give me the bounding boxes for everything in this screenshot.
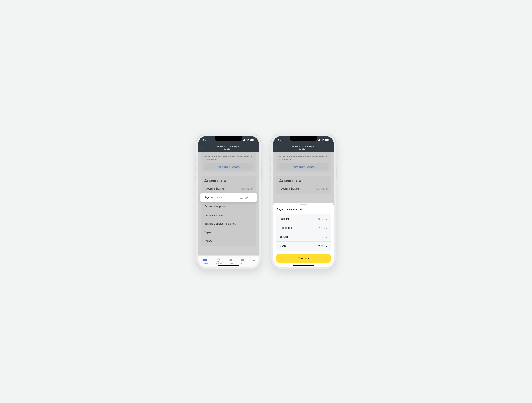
total-value: 92 790 ₽ xyxy=(317,244,327,248)
row-transfer-limit[interactable]: Лимит на переводы › xyxy=(201,202,256,211)
svg-rect-5 xyxy=(250,139,253,141)
debt-value: 92 790 ₽ xyxy=(240,196,250,199)
sheet-services-value: 99 ₽ xyxy=(322,235,327,238)
signal-icon xyxy=(242,139,246,141)
nav-title: Тинькофф Платинум xyxy=(203,145,252,148)
tab-more[interactable]: Еще xyxy=(251,258,255,264)
share-card: Можете пользоваться этим счетом вместе с… xyxy=(276,153,331,173)
services-label: Услуги xyxy=(204,240,212,243)
svg-rect-3 xyxy=(245,139,246,141)
details-title: Детали счета xyxy=(276,179,331,185)
status-time: 9:41 xyxy=(278,139,283,141)
notch xyxy=(290,136,317,141)
nav-balance: 27 210 ₽ xyxy=(279,148,327,150)
tab-home[interactable]: Главная xyxy=(202,258,208,264)
row-credit-limit[interactable]: Кредитный лимит 120 000 ₽ xyxy=(201,185,256,193)
pay-button[interactable]: Погасить xyxy=(276,254,330,263)
share-button[interactable]: Поделиться счетом xyxy=(204,163,253,170)
credit-limit-label: Кредитный лимит xyxy=(204,187,226,190)
debt-sheet: Задолженность Расходы 90 000 ₽ Проценты … xyxy=(273,203,334,267)
expenses-label: Расходы xyxy=(280,217,290,221)
svg-rect-15 xyxy=(319,139,320,141)
svg-rect-0 xyxy=(242,140,243,141)
tab-more-label: Еще xyxy=(252,262,255,264)
back-icon[interactable]: ‹ xyxy=(200,145,203,150)
tab-city[interactable]: Город xyxy=(229,258,233,264)
more-icon xyxy=(251,258,255,262)
details-card: Детали счета Кредитный лимит 120 000 ₽ xyxy=(276,176,331,194)
row-statement[interactable]: Выписка по счету › xyxy=(201,211,256,220)
status-time: 9:41 xyxy=(203,139,208,141)
transfer-limit-label: Лимит на переводы xyxy=(204,205,228,208)
row-interest: Проценты 2 691 ₽ xyxy=(276,224,330,232)
svg-rect-14 xyxy=(318,140,319,141)
statement-label: Выписка по счету xyxy=(204,214,226,217)
svg-rect-8 xyxy=(203,261,207,261)
home-indicator[interactable] xyxy=(218,265,239,266)
battery-icon xyxy=(250,139,254,141)
row-order-cert[interactable]: Заказать справку по счету › xyxy=(201,220,256,228)
row-debt[interactable]: Задолженность 92 790 ₽ › xyxy=(200,193,257,202)
back-icon[interactable]: ‹ xyxy=(275,145,279,150)
signal-icon xyxy=(317,139,320,141)
sheet-card: Расходы 90 000 ₽ Проценты 2 691 ₽ Услуги… xyxy=(276,214,330,251)
svg-rect-1 xyxy=(243,140,244,141)
svg-point-10 xyxy=(252,260,253,261)
chevron-right-icon: › xyxy=(252,214,253,217)
share-text: Можете пользоваться этим счетом вместе с… xyxy=(279,155,328,161)
tab-chat-label: Чат xyxy=(241,262,244,264)
city-icon xyxy=(229,258,233,262)
tab-payments-label: Платежи xyxy=(215,262,222,264)
chevron-right-icon: › xyxy=(252,231,253,234)
share-text: Можете пользоваться этим счетом вместе с… xyxy=(204,155,253,161)
interest-value: 2 691 ₽ xyxy=(318,226,327,230)
phone-mockup-left: 9:41 ‹ Тинькофф Платинум 27 210 ₽ Можете… xyxy=(196,134,261,269)
chevron-right-icon: › xyxy=(252,222,253,226)
sheet-grabber[interactable] xyxy=(300,205,307,205)
total-label: Всего xyxy=(280,244,286,248)
nav-header: ‹ Тинькофф Платинум 27 210 ₽ xyxy=(273,144,334,153)
chevron-right-icon: › xyxy=(252,196,253,199)
tariff-label: Тариф xyxy=(204,231,212,234)
svg-rect-16 xyxy=(320,139,320,141)
sheet-title: Задолженность xyxy=(276,208,330,211)
svg-rect-6 xyxy=(254,140,254,140)
order-cert-label: Заказать справку по счету xyxy=(204,222,236,225)
row-total: Всего 92 790 ₽ xyxy=(276,242,330,250)
wifi-icon xyxy=(321,139,324,141)
nav-title: Тинькофф Платинум xyxy=(279,145,327,148)
details-title: Детали счета xyxy=(201,179,256,185)
debt-label: Задолженность xyxy=(204,196,223,199)
tab-payments[interactable]: Платежи xyxy=(215,258,222,264)
chevron-right-icon: › xyxy=(252,205,253,208)
chat-icon xyxy=(240,258,244,262)
share-card: Можете пользоваться этим счетом вместе с… xyxy=(201,153,256,173)
svg-point-12 xyxy=(254,260,255,261)
tab-chat[interactable]: Чат xyxy=(240,258,244,264)
share-button[interactable]: Поделиться счетом xyxy=(279,163,328,170)
credit-limit-value: 120 000 ₽ xyxy=(316,187,328,190)
wifi-icon xyxy=(247,139,249,141)
svg-point-11 xyxy=(253,260,254,261)
row-tariff[interactable]: Тариф › xyxy=(201,228,256,237)
battery-icon xyxy=(325,139,329,141)
tab-city-label: Город xyxy=(229,262,233,264)
sheet-services-label: Услуги xyxy=(280,235,288,238)
row-credit-limit[interactable]: Кредитный лимит 120 000 ₽ xyxy=(276,185,331,193)
expenses-value: 90 000 ₽ xyxy=(317,217,327,221)
home-icon xyxy=(203,258,207,262)
payments-icon xyxy=(216,258,220,262)
credit-limit-label: Кредитный лимит xyxy=(279,187,301,190)
chevron-right-icon: › xyxy=(252,239,253,243)
svg-point-9 xyxy=(217,259,220,262)
tab-home-label: Главная xyxy=(202,262,208,264)
row-expenses: Расходы 90 000 ₽ xyxy=(276,215,330,224)
row-services[interactable]: Услуги › xyxy=(201,237,256,245)
svg-rect-2 xyxy=(244,139,245,141)
phone-mockup-right: 9:41 ‹ Тинькофф Платинум 27 210 ₽ Можете… xyxy=(271,134,336,269)
row-sheet-services: Услуги 99 ₽ xyxy=(276,232,330,242)
credit-limit-value: 120 000 ₽ xyxy=(241,187,253,190)
home-indicator[interactable] xyxy=(293,265,314,266)
svg-rect-13 xyxy=(317,140,318,141)
svg-rect-18 xyxy=(325,139,328,141)
